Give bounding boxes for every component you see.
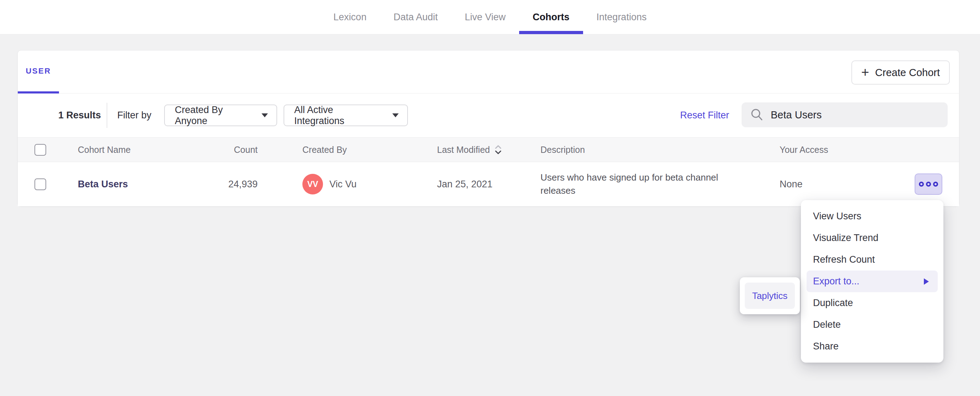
menu-item-label: View Users <box>813 211 861 222</box>
cohort-type-tabs: USER + Create Cohort <box>18 51 959 94</box>
last-modified-label: Last Modified <box>437 145 490 155</box>
col-header-last-modified[interactable]: Last Modified <box>437 144 541 155</box>
active-tab-indicator <box>519 31 583 34</box>
plus-icon: + <box>861 65 869 79</box>
header-checkbox-cell <box>18 144 78 156</box>
submenu-item-label: Taplytics <box>752 291 788 302</box>
created-by-cell: VV Vic Vu <box>302 174 437 195</box>
more-options-icon <box>926 182 931 187</box>
your-access-cell: None <box>780 174 959 195</box>
submenu-item-taplytics[interactable]: Taplytics <box>745 283 795 309</box>
row-context-menu: View Users Visualize Trend Refresh Count… <box>801 200 943 362</box>
create-cohort-label: Create Cohort <box>875 67 940 78</box>
integrations-dropdown[interactable]: All Active Integrations <box>283 104 408 126</box>
nav-tab-label: Lexicon <box>333 12 366 23</box>
last-modified-value: Jan 25, 2021 <box>437 179 541 190</box>
nav-tab-label: Cohorts <box>533 12 570 23</box>
avatar: VV <box>302 174 323 195</box>
menu-item-share[interactable]: Share <box>807 335 938 357</box>
caret-down-icon <box>392 113 399 117</box>
nav-tab-cohorts[interactable]: Cohorts <box>519 0 583 34</box>
menu-item-label: Delete <box>813 319 841 330</box>
col-header-description: Description <box>541 145 780 155</box>
cohort-search[interactable] <box>741 102 948 127</box>
sort-icon <box>494 144 502 155</box>
create-cohort-button[interactable]: + Create Cohort <box>851 61 950 85</box>
menu-item-label: Duplicate <box>813 297 853 308</box>
tab-user[interactable]: USER <box>18 51 59 94</box>
created-by-name: Vic Vu <box>329 179 357 190</box>
top-navigation: Lexicon Data Audit Live View Cohorts Int… <box>0 0 980 35</box>
your-access-value: None <box>780 179 803 190</box>
results-count: 1 Results <box>58 94 101 137</box>
row-checkbox-cell <box>18 179 78 190</box>
cohort-count: 24,939 <box>228 179 258 190</box>
submenu-arrow-icon <box>924 278 929 285</box>
nav-tab-label: Data Audit <box>393 12 438 23</box>
reset-filter-link[interactable]: Reset Filter <box>680 94 729 137</box>
export-submenu: Taplytics <box>740 277 800 314</box>
menu-item-visualize-trend[interactable]: Visualize Trend <box>807 227 938 249</box>
col-header-cohort-name[interactable]: Cohort Name <box>78 145 195 155</box>
select-all-checkbox[interactable] <box>35 144 46 156</box>
caret-down-icon <box>261 113 268 117</box>
menu-item-export-to[interactable]: Export to... <box>807 270 938 292</box>
tab-user-label: USER <box>25 67 51 76</box>
nav-tab-lexicon[interactable]: Lexicon <box>320 0 380 34</box>
col-header-count[interactable]: Count <box>234 145 258 155</box>
nav-tab-integrations[interactable]: Integrations <box>583 0 660 34</box>
cohort-description: Users who have signed up for beta channe… <box>541 171 780 197</box>
more-options-button[interactable] <box>915 174 942 195</box>
search-icon <box>750 108 764 121</box>
menu-item-duplicate[interactable]: Duplicate <box>807 292 938 314</box>
integrations-dropdown-value: All Active Integrations <box>294 104 386 126</box>
cohorts-card: USER + Create Cohort 1 Results Filter by… <box>18 50 959 206</box>
cohort-name-link[interactable]: Beta Users <box>78 179 195 190</box>
nav-tab-label: Live View <box>465 12 506 23</box>
menu-item-refresh-count[interactable]: Refresh Count <box>807 249 938 270</box>
created-by-dropdown[interactable]: Created By Anyone <box>164 104 277 126</box>
menu-item-label: Visualize Trend <box>813 233 878 243</box>
filter-toolbar: 1 Results Filter by Created By Anyone Al… <box>18 94 959 137</box>
more-options-icon <box>919 182 924 187</box>
search-input[interactable] <box>771 109 939 121</box>
menu-item-label: Export to... <box>813 276 859 287</box>
created-by-dropdown-value: Created By Anyone <box>175 104 255 126</box>
menu-item-label: Refresh Count <box>813 254 875 265</box>
col-header-created-by[interactable]: Created By <box>302 145 437 155</box>
nav-tab-live-view[interactable]: Live View <box>451 0 519 34</box>
menu-item-view-users[interactable]: View Users <box>807 206 938 227</box>
table-row: Beta Users 24,939 VV Vic Vu Jan 25, 2021… <box>18 162 959 206</box>
nav-tab-data-audit[interactable]: Data Audit <box>380 0 451 34</box>
col-header-your-access: Your Access <box>780 145 959 155</box>
filter-by-label: Filter by <box>117 94 151 137</box>
row-checkbox[interactable] <box>35 179 46 190</box>
vertical-divider <box>107 103 107 128</box>
menu-item-delete[interactable]: Delete <box>807 314 938 335</box>
nav-tab-label: Integrations <box>597 12 647 23</box>
menu-item-label: Share <box>813 341 838 352</box>
more-options-icon <box>933 182 938 187</box>
table-header: Cohort Name Count Created By Last Modifi… <box>18 137 959 162</box>
